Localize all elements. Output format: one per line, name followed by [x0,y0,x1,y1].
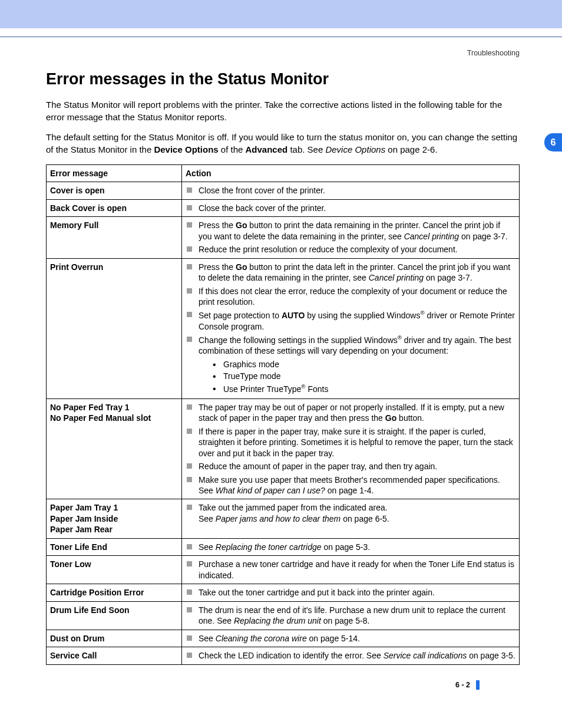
text: on page 3-7. [459,232,508,241]
text: See [199,634,216,643]
action-item: Take out the jammed paper from the indic… [186,502,515,524]
link-ref: What kind of paper can I use? [216,486,325,495]
error-table: Error message Action Cover is open Close… [46,164,520,665]
text: Press the [199,262,236,272]
table-row: Service Call Check the LED indication to… [47,647,520,664]
action-item: If there is paper in the paper tray, mak… [186,426,515,459]
table-row: Dust on Drum See Cleaning the corona wir… [47,630,520,647]
action-cell: Check the LED indication to identify the… [182,647,520,664]
action-item: Reduce the amount of paper in the paper … [186,461,515,472]
intro-paragraph-2: The default setting for the Status Monit… [46,131,520,156]
table-row: Cartridge Position Error Take out the to… [47,584,520,601]
table-row: Drum Life End Soon The drum is near the … [47,601,520,630]
error-message-cell: Cover is open [47,182,182,199]
action-item: Set page protection to AUTO by using the… [186,309,515,332]
text: The paper tray may be out of paper or no… [199,403,504,423]
sub-item: Use Printer TrueType® Fonts [213,383,515,394]
text-bold: AUTO [282,311,305,320]
table-row: Paper Jam Tray 1 Paper Jam Inside Paper … [47,499,520,538]
col-header-action: Action [182,164,520,182]
text: on page 3-5. [467,651,515,660]
action-cell: Press the Go button to print the data re… [182,217,520,258]
text: on page 1-4. [325,486,374,495]
text: Press the [199,220,236,230]
table-row: Toner Life End See Replacing the toner c… [47,538,520,555]
text: tab. See [287,144,325,154]
text-bold: Go [236,262,247,272]
registered-icon: ® [420,309,424,316]
error-message-cell: Toner Life End [47,538,182,555]
footer-accent-bar [476,680,480,690]
action-cell: Take out the toner cartridge and put it … [182,584,520,601]
sub-item: Graphics mode [213,359,515,370]
link-ref: Paper jams and how to clear them [216,514,340,523]
table-row: Memory Full Press the Go button to print… [47,217,520,258]
text-bold: Device Options [154,144,218,154]
text: Paper Jam Tray 1 [50,503,118,512]
registered-icon: ® [398,334,402,341]
page-title: Error messages in the Status Monitor [46,70,520,88]
action-cell: See Cleaning the corona wire on page 5-1… [182,630,520,647]
text: button. [396,413,424,423]
action-item: The drum is near the end of it's life. P… [186,605,515,627]
text: Fonts [306,384,329,393]
text: on page 2-6. [385,144,437,154]
error-message-cell: No Paper Fed Tray 1 No Paper Fed Manual … [47,398,182,499]
error-message-cell: Service Call [47,647,182,664]
action-item: Purchase a new toner cartridge and have … [186,559,515,581]
text: Set page protection to [199,311,282,320]
error-message-cell: Back Cover is open [47,199,182,216]
action-cell: See Replacing the toner cartridge on pag… [182,538,520,555]
text: on page 5-3. [322,542,371,552]
action-item: Close the front cover of the printer. [186,185,515,196]
link-ref: Device Options [325,144,385,154]
text: on page 5-14. [307,634,360,643]
link-ref: Cancel printing [404,232,459,241]
text: Check the LED indication to identify the… [199,651,384,660]
action-item: Change the following settings in the sup… [186,334,515,394]
link-ref: Service call indications [384,651,467,660]
col-header-message: Error message [47,164,182,182]
error-message-cell: Dust on Drum [47,630,182,647]
table-header-row: Error message Action [47,164,520,182]
action-cell: Purchase a new toner cartridge and have … [182,556,520,584]
intro-paragraph-1: The Status Monitor will report problems … [46,99,520,123]
text: Paper Jam Rear [50,525,113,534]
text: No Paper Fed Tray 1 [50,403,130,412]
action-item: Make sure you use paper that meets Broth… [186,475,515,496]
action-item: If this does not clear the error, reduce… [186,286,515,308]
error-message-cell: Cartridge Position Error [47,584,182,601]
action-cell: Take out the jammed paper from the indic… [182,499,520,538]
chapter-tab: 6 [544,133,562,151]
link-ref: Replacing the toner cartridge [216,542,322,552]
action-item: Press the Go button to print the data re… [186,220,515,242]
text: No Paper Fed Manual slot [50,413,151,423]
error-message-cell: Print Overrun [47,258,182,398]
text-bold: Go [236,220,247,230]
table-row: Print Overrun Press the Go button to pri… [47,258,520,398]
action-item: See Replacing the toner cartridge on pag… [186,542,515,552]
link-ref: Replacing the drum unit [234,616,321,625]
text: Take out the jammed paper from the indic… [199,503,388,512]
link-ref: Cancel printing [369,273,424,282]
table-row: No Paper Fed Tray 1 No Paper Fed Manual … [47,398,520,499]
text: Paper Jam Inside [50,514,118,523]
page-number: 6 - 2 [455,681,470,689]
action-item: Close the back cover of the printer. [186,203,515,213]
table-row: Toner Low Purchase a new toner cartridge… [47,556,520,584]
action-item: The paper tray may be out of paper or no… [186,402,515,424]
text: on page 6-5. [340,514,389,523]
text: See [199,514,216,523]
sub-item: TrueType mode [213,371,515,381]
text: See [199,542,216,552]
action-cell: Press the Go button to print the data le… [182,258,520,398]
registered-icon: ® [301,383,305,390]
text: Use Printer TrueType [223,384,301,393]
text-bold: Go [385,413,396,423]
action-item: Take out the toner cartridge and put it … [186,587,515,598]
table-row: Cover is open Close the front cover of t… [47,182,520,199]
error-message-cell: Memory Full [47,217,182,258]
table-row: Back Cover is open Close the back cover … [47,199,520,216]
header-band [0,0,562,28]
text-bold: Advanced [246,144,288,154]
